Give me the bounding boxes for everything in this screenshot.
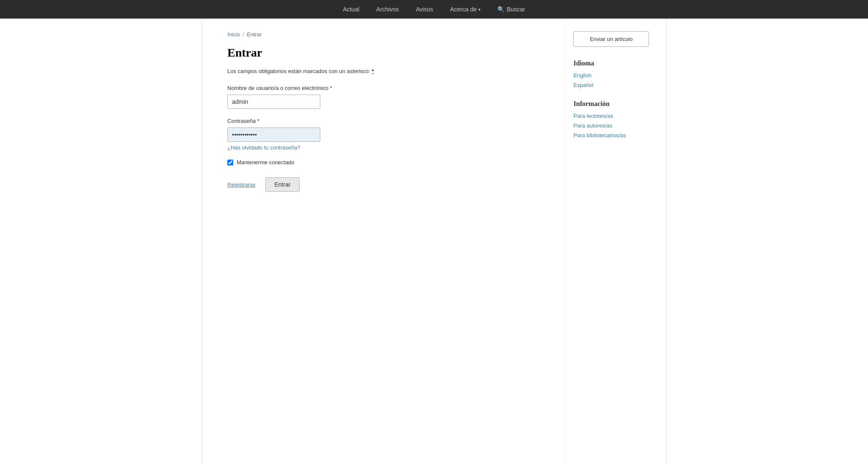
info-link-autores[interactable]: Para autores/as	[573, 122, 649, 129]
sidebar: Enviar un artículo Idioma English Españo…	[565, 19, 658, 464]
asterisk: *	[372, 68, 374, 74]
breadcrumb: Inicio / Entrar	[227, 31, 548, 38]
submit-article-button[interactable]: Enviar un artículo	[573, 31, 649, 47]
info-section: Información Para lectores/as Para autore…	[573, 100, 649, 138]
username-input[interactable]	[227, 95, 320, 109]
remember-me-label: Mantenerme conectado	[237, 159, 295, 166]
info-section-title: Información	[573, 100, 649, 108]
info-link-lectores[interactable]: Para lectores/as	[573, 113, 649, 119]
language-section-title: Idioma	[573, 60, 649, 67]
form-actions: Registrarse Entrar	[227, 177, 548, 192]
submit-button[interactable]: Entrar	[265, 177, 299, 192]
register-link[interactable]: Registrarse	[227, 182, 255, 188]
search-icon: 🔍	[497, 6, 505, 13]
password-label: Contraseña *	[227, 117, 548, 125]
nav-item-acerca[interactable]: Acerca de	[448, 1, 482, 18]
breadcrumb-home-link[interactable]: Inicio	[227, 31, 240, 38]
password-input[interactable]	[227, 128, 320, 142]
navbar: Actual Archivos Avisos Acerca de 🔍 Busca…	[0, 0, 868, 19]
page-wrapper: Inicio / Entrar Entrar Los campos obliga…	[202, 19, 666, 464]
required-note: Los campos obligatorios están marcados c…	[227, 68, 548, 74]
username-group: Nombre de usuario/a o correo electrónico…	[227, 84, 548, 109]
remember-me-group: Mantenerme conectado	[227, 159, 548, 166]
page-title: Entrar	[227, 46, 548, 60]
main-content: Inicio / Entrar Entrar Los campos obliga…	[210, 19, 565, 464]
language-link-espanol[interactable]: Español	[573, 82, 649, 88]
breadcrumb-separator: /	[243, 31, 244, 38]
nav-item-avisos[interactable]: Avisos	[414, 1, 435, 18]
language-section: Idioma English Español	[573, 60, 649, 88]
nav-item-archivos[interactable]: Archivos	[374, 1, 401, 18]
password-group: Contraseña * ¿Has olvidado tu contraseña…	[227, 117, 548, 151]
nav-item-actual[interactable]: Actual	[341, 1, 361, 18]
username-label: Nombre de usuario/a o correo electrónico…	[227, 84, 548, 92]
forgot-password-link[interactable]: ¿Has olvidado tu contraseña?	[227, 144, 548, 151]
info-link-bibliotecarios[interactable]: Para bibliotecarios/as	[573, 132, 649, 138]
navbar-inner: Actual Archivos Avisos Acerca de 🔍 Busca…	[341, 1, 527, 18]
login-form: Nombre de usuario/a o correo electrónico…	[227, 84, 548, 192]
language-link-english[interactable]: English	[573, 72, 649, 79]
remember-me-checkbox[interactable]	[227, 160, 233, 166]
breadcrumb-current: Entrar	[247, 31, 262, 38]
nav-item-buscar[interactable]: 🔍 Buscar	[496, 1, 527, 18]
